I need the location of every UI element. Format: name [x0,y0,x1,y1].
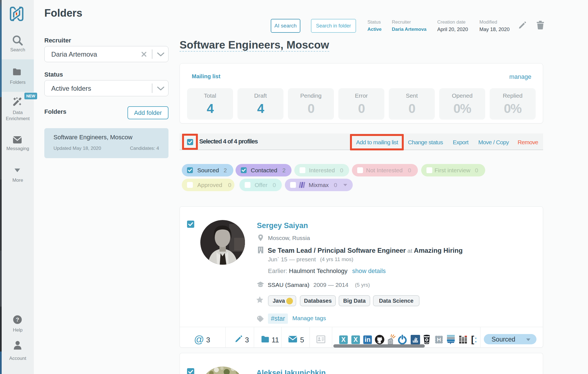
svg-text:?: ? [16,317,19,323]
